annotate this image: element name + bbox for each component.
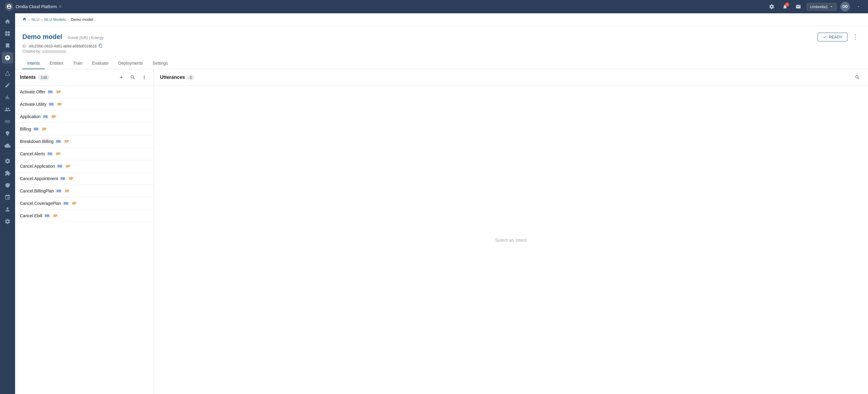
sidebar-item-edit[interactable] bbox=[2, 80, 13, 91]
home-icon[interactable] bbox=[22, 17, 27, 22]
intents-count: 148 bbox=[38, 75, 50, 80]
sidebar-item-chart[interactable] bbox=[2, 91, 13, 103]
model-id: ID: d4c23fdc-0610-4d01-ab9d-a686d0316b18 bbox=[22, 44, 861, 49]
tab-deployments[interactable]: Deployments bbox=[114, 58, 148, 69]
tabs-bar: Intents Entities Train Evaluate Deployme… bbox=[15, 58, 868, 69]
list-item[interactable]: Application RB XP bbox=[15, 111, 154, 123]
list-item[interactable]: Cancel.Ebill RB XP bbox=[15, 210, 154, 222]
intents-title: Intents bbox=[20, 75, 36, 80]
breadcrumb: › NLU › NLU Models › Demo model bbox=[15, 13, 868, 26]
sidebar-item-home[interactable] bbox=[2, 16, 13, 27]
created-by: Created by: bbox=[22, 49, 861, 54]
sidebar-item-gear2[interactable] bbox=[2, 216, 13, 227]
contact-icon[interactable] bbox=[794, 2, 803, 11]
sidebar-item-settings[interactable] bbox=[2, 155, 13, 167]
notification-badge: 1 bbox=[785, 2, 789, 7]
intents-list: Activate.Offer RB XP Activate.Utility RB… bbox=[15, 86, 154, 394]
search-utterances-button[interactable] bbox=[853, 73, 862, 82]
sidebar-item-rocket[interactable] bbox=[2, 52, 13, 63]
notification-icon[interactable]: 1 bbox=[780, 2, 790, 11]
tab-evaluate[interactable]: Evaluate bbox=[87, 58, 113, 69]
list-item[interactable]: Activate.Utility RB XP bbox=[15, 98, 154, 111]
sidebar-item-puzzle[interactable] bbox=[2, 167, 13, 179]
sidebar-item-users[interactable] bbox=[2, 104, 13, 115]
utterances-count: 0 bbox=[187, 75, 194, 80]
sidebar-item-grid[interactable] bbox=[2, 28, 13, 39]
tab-settings[interactable]: Settings bbox=[148, 58, 173, 69]
sidebar-item-balance[interactable] bbox=[2, 192, 13, 203]
settings-icon[interactable] bbox=[767, 2, 777, 11]
intents-panel-header: Intents 148 bbox=[15, 69, 154, 86]
list-item[interactable]: Billing RB XP bbox=[15, 123, 154, 135]
avatar-chevron[interactable] bbox=[854, 2, 863, 11]
breadcrumb-current: Demo model bbox=[71, 17, 93, 22]
tab-intents[interactable]: Intents bbox=[22, 58, 45, 69]
list-item[interactable]: Cancel.Alerts RB XP bbox=[15, 148, 154, 160]
model-more-button[interactable]: ⋮ bbox=[850, 32, 861, 42]
sidebar-item-triangle[interactable] bbox=[2, 67, 13, 79]
ready-button[interactable]: READY bbox=[817, 33, 847, 41]
breadcrumb-nlu-models[interactable]: NLU Models bbox=[44, 17, 66, 22]
sidebar-item-person[interactable] bbox=[2, 204, 13, 215]
utterances-header: Utterances 0 bbox=[154, 69, 868, 86]
utterances-panel: Utterances 0 Select an Intent bbox=[154, 69, 868, 394]
list-item[interactable]: Activate.Offer RB XP bbox=[15, 86, 154, 98]
copy-id-button[interactable] bbox=[98, 44, 103, 49]
sidebar-item-link[interactable] bbox=[2, 116, 13, 127]
search-intents-button[interactable] bbox=[128, 73, 137, 82]
utterances-title: Utterances bbox=[160, 75, 185, 80]
tab-train[interactable]: Train bbox=[68, 58, 87, 69]
tenant-selector[interactable]: Umbrella1 bbox=[807, 3, 837, 10]
sidebar-item-cloud[interactable] bbox=[2, 140, 13, 151]
tab-entities[interactable]: Entities bbox=[45, 58, 68, 69]
intents-panel: Intents 148 bbox=[15, 69, 154, 394]
intents-more-button[interactable] bbox=[140, 73, 149, 82]
utterances-empty-message: Select an Intent bbox=[154, 86, 868, 394]
user-avatar[interactable]: OD bbox=[840, 2, 850, 11]
list-item[interactable]: Breakdown.Billing RB XP bbox=[15, 135, 154, 148]
list-item[interactable]: Cancel.BillingPlan RB XP bbox=[15, 185, 154, 197]
model-subtitle: Greek (GR) | Energy bbox=[68, 35, 103, 40]
sidebar-item-bot[interactable] bbox=[2, 179, 13, 191]
model-title: Demo model bbox=[22, 33, 62, 41]
list-item[interactable]: Cancel.Appointment RB XP bbox=[15, 172, 154, 185]
sidebar-item-bookmark[interactable] bbox=[2, 40, 13, 51]
sidebar-item-light[interactable] bbox=[2, 128, 13, 139]
app-logo: Omilia Cloud Platform® bbox=[5, 2, 62, 11]
list-item[interactable]: Cancel.CoveragePlan RB XP bbox=[15, 197, 154, 210]
breadcrumb-nlu[interactable]: NLU bbox=[31, 17, 39, 22]
list-item[interactable]: Cancel.Application RB XP bbox=[15, 160, 154, 172]
add-intent-button[interactable] bbox=[117, 73, 126, 82]
sidebar bbox=[0, 13, 15, 394]
